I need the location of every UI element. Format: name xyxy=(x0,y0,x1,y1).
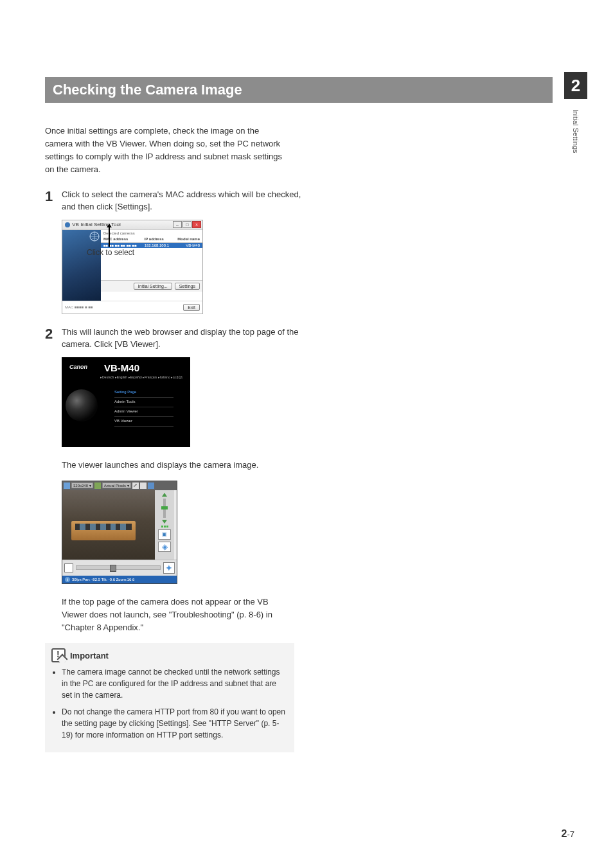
zoom-slider[interactable] xyxy=(163,499,166,518)
app-sidebar-graphic xyxy=(62,230,101,301)
refresh-icon[interactable] xyxy=(94,483,101,489)
resolution-select[interactable]: 320x240 ▾ xyxy=(71,483,93,488)
important-bullet-1: The camera image cannot be checked until… xyxy=(62,666,288,701)
initial-setting-button[interactable]: Initial Setting... xyxy=(134,283,172,290)
important-note-box: Important The camera image cannot be che… xyxy=(45,643,294,752)
figure-camera-top-page: Canon VB-M40 ▸Deutsch ▸English ▸Español … xyxy=(62,357,574,447)
close-button[interactable]: × xyxy=(192,221,201,228)
snapshot-icon[interactable] xyxy=(64,563,73,572)
svg-point-0 xyxy=(65,222,70,227)
menu-admin-tools[interactable]: Admin Tools xyxy=(114,398,173,407)
info-icon: i xyxy=(65,577,70,582)
menu-admin-viewer[interactable]: Admin Viewer xyxy=(114,407,173,417)
camera-list-header: Detected cameras xyxy=(101,230,202,237)
camera-lens-graphic xyxy=(66,389,98,421)
step-2: 2 This will launch the web browser and d… xyxy=(45,326,302,351)
intro-paragraph: Once initial settings are complete, chec… xyxy=(45,125,289,177)
minimize-button[interactable]: – xyxy=(173,221,182,228)
settings-button[interactable]: Settings xyxy=(175,283,200,290)
center-button[interactable]: ◈ xyxy=(158,542,171,552)
after-step2-text: The viewer launches and displays the cam… xyxy=(62,459,293,472)
pan-slider[interactable] xyxy=(76,565,161,570)
cell-model: VB-M40 xyxy=(173,244,200,247)
camera-live-view[interactable] xyxy=(62,490,155,560)
exit-button[interactable]: Exit xyxy=(183,304,200,311)
important-icon xyxy=(51,648,66,662)
footer-mac-label: MAC ■■■■ ■ ■■ xyxy=(65,305,183,309)
scale-select[interactable]: Actual Pixels ▾ xyxy=(102,483,131,488)
home-ptz-icon[interactable]: ✦ xyxy=(163,562,175,574)
table-header-row: MAC address IP address Model name xyxy=(101,237,202,243)
model-name: VB-M40 xyxy=(104,362,139,373)
window-titlebar: VB Initial Setting Tool – □ × xyxy=(62,220,202,230)
page-title: Checking the Camera Image xyxy=(45,77,553,103)
chapter-tab: 2 xyxy=(564,72,587,99)
figure-initial-setting-tool: VB Initial Setting Tool – □ × Detected c… xyxy=(62,220,574,314)
zoom-in-icon[interactable] xyxy=(162,493,167,497)
record-icon[interactable] xyxy=(148,483,154,489)
figure-vb-viewer: 320x240 ▾ Actual Pixels ▾ ⤢ ▣ ◈ xyxy=(62,481,574,584)
viewer-status-bar: i 30fps Pan: -82.5 Tilt: -0.6 Zoom:16.6 xyxy=(62,576,177,583)
arrow-up-icon xyxy=(109,227,110,247)
document-page: 2 Initial Settings Checking the Camera I… xyxy=(0,0,613,868)
viewer-toolbar: 320x240 ▾ Actual Pixels ▾ ⤢ xyxy=(62,481,177,490)
connect-icon[interactable] xyxy=(64,483,70,489)
important-bullet-2: Do not change the camera HTTP port from … xyxy=(62,706,288,741)
zoom-out-icon[interactable] xyxy=(162,520,167,524)
callout-click-to-select: Click to select xyxy=(87,248,134,257)
step-1-number: 1 xyxy=(45,188,62,204)
preset-button[interactable]: ▣ xyxy=(158,529,171,540)
fullscreen-icon[interactable]: ⤢ xyxy=(132,483,139,489)
col-model: Model name xyxy=(173,237,200,241)
step-2-text: This will launch the web browser and dis… xyxy=(62,326,302,351)
brand-logo: Canon xyxy=(69,364,87,370)
status-text: 30fps Pan: -82.5 Tilt: -0.6 Zoom:16.6 xyxy=(72,578,134,581)
menu-setting-page[interactable]: Setting Page xyxy=(114,388,173,398)
level-indicator xyxy=(161,526,168,527)
step-1: 1 Click to select the camera's MAC addre… xyxy=(45,188,302,213)
tool-icon[interactable] xyxy=(140,483,147,489)
language-links[interactable]: ▸Deutsch ▸English ▸Español ▸Français ▸It… xyxy=(100,375,182,379)
step-2-number: 2 xyxy=(45,326,62,341)
bus-graphic xyxy=(71,521,136,540)
viewer-bottom-bar: ✦ xyxy=(62,560,177,576)
cell-ip: 192.168.100.1 xyxy=(145,244,173,247)
table-row-selected[interactable]: ■■ ■■ ■■ ■■ ■■ ■■ 192.168.100.1 VB-M40 xyxy=(101,243,202,248)
maximize-button[interactable]: □ xyxy=(182,221,191,228)
viewer-side-controls: ▣ ◈ xyxy=(155,490,174,560)
window-title: VB Initial Setting Tool xyxy=(72,222,120,227)
after-figure3-text: If the top page of the camera does not a… xyxy=(62,596,293,634)
col-ip: IP address xyxy=(145,237,173,241)
menu-vb-viewer[interactable]: VB Viewer xyxy=(114,417,173,427)
top-page-menu: Setting Page Admin Tools Admin Viewer VB… xyxy=(114,388,173,427)
chapter-side-label: Initial Settings xyxy=(572,109,580,153)
important-heading: Important xyxy=(70,651,109,660)
step-1-text: Click to select the camera's MAC address… xyxy=(62,188,302,213)
globe-icon xyxy=(89,231,100,242)
page-number: 2-7 xyxy=(562,828,574,840)
